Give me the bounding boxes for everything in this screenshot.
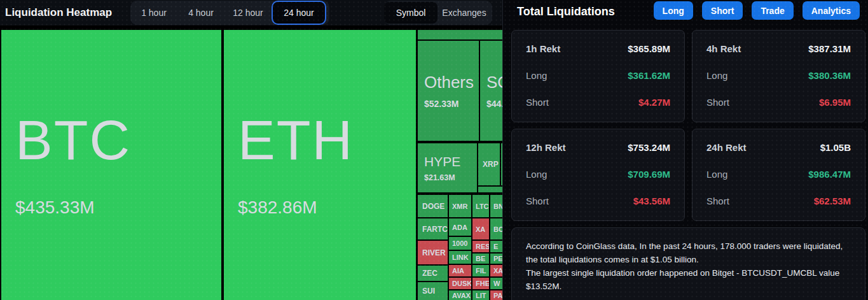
cell-symbol: ZEC — [422, 269, 437, 278]
cell-symbol: DOGE — [422, 202, 444, 211]
cell-symbol: ADA — [452, 224, 467, 231]
panel-title: Total Liquidations — [517, 5, 615, 18]
view-toggle-group: Symbol Exchanges — [384, 1, 492, 25]
treemap-cell-aia[interactable]: AIA — [449, 265, 471, 276]
treemap-cell-fartcoin[interactable]: FARTCOIN — [418, 218, 448, 239]
treemap-cell-fhe[interactable]: FHE — [472, 278, 489, 289]
treemap-cell-pe[interactable]: PE — [490, 254, 502, 264]
analytics-button[interactable]: Analytics — [803, 1, 860, 20]
long-label: Long — [706, 169, 727, 180]
liquidation-summary: According to CoinGlass data, In the past… — [511, 227, 865, 300]
cell-symbol: BNB — [493, 203, 502, 210]
cell-symbol: ETH — [238, 112, 354, 168]
treemap-cell-pa[interactable]: PA — [490, 290, 502, 300]
treemap-cell-xa2[interactable]: XA — [490, 265, 502, 276]
view-toggle-symbol[interactable]: Symbol — [384, 2, 437, 24]
treemap-cell-1000[interactable]: 1000 — [449, 237, 471, 250]
cell-symbol: FARTCOIN — [422, 225, 448, 234]
treemap-cell-avax[interactable]: AVAX — [449, 290, 471, 300]
treemap-cell-be[interactable]: BE — [472, 254, 489, 264]
cell-symbol: LINK — [452, 254, 469, 261]
cell-symbol: BE — [476, 255, 485, 262]
cell-symbol: LIT — [476, 292, 486, 299]
timerange-1hour[interactable]: 1 hour — [130, 1, 177, 25]
short-label: Short — [706, 97, 729, 108]
treemap-cell-xrp-below-sliver[interactable] — [478, 187, 502, 192]
timerange-group: 1 hour 4 hour 12 hour 24 hour — [130, 1, 329, 25]
treemap-cell-link[interactable]: LINK — [449, 251, 471, 264]
heatmap-title: Liquidation Heatmap — [5, 6, 112, 19]
treemap-cell-others[interactable]: Others$52.33M — [418, 41, 479, 141]
treemap-cell-xa[interactable]: XA — [472, 218, 489, 239]
long-value: $380.36M — [808, 70, 851, 81]
cell-value: $382.86M — [238, 197, 317, 218]
long-button[interactable]: Long — [654, 1, 693, 20]
timerange-4hour[interactable]: 4 hour — [177, 1, 224, 25]
cell-symbol: XRP — [483, 160, 499, 169]
short-value: $4.27M — [638, 97, 670, 108]
cell-symbol: PA — [493, 292, 502, 299]
long-label: Long — [526, 169, 547, 180]
treemap-cell-river[interactable]: RIVER — [418, 241, 448, 264]
treemap-cell-bc[interactable]: BC — [490, 218, 502, 239]
cell-symbol: W — [493, 280, 500, 287]
cell-symbol: HYPE — [424, 154, 460, 169]
treemap-cell-res[interactable]: RES — [472, 241, 489, 252]
treemap-cell-ada[interactable]: ADA — [449, 218, 471, 236]
treemap-cell-sui[interactable]: SUI — [418, 282, 448, 300]
rekt-card-12h: 12h Rekt$753.24M Long$709.69M Short$43.5… — [511, 129, 685, 221]
cell-symbol: XA — [476, 225, 485, 233]
cell-symbol: PE — [493, 255, 502, 262]
timerange-12hour[interactable]: 12 hour — [224, 1, 272, 25]
treemap-cell-w[interactable]: W — [490, 278, 502, 289]
treemap-cell-xrp[interactable]: XRP — [478, 143, 500, 185]
card-total: $387.31M — [808, 43, 851, 54]
card-title: 4h Rekt — [706, 43, 741, 54]
cell-symbol: SUI — [422, 287, 435, 296]
cell-symbol: RIVER — [422, 248, 446, 257]
timerange-24hour[interactable]: 24 hour — [272, 1, 326, 25]
treemap-cell-dusk[interactable]: DUSK — [449, 278, 471, 289]
treemap-cell-e[interactable]: E — [490, 241, 502, 252]
treemap-cell-bnb[interactable]: BNB — [490, 195, 502, 217]
heatmap-toolbar: Liquidation Heatmap 1 hour 4 hour 12 hou… — [0, 0, 502, 25]
liquidation-treemap: BTC$435.33METH$382.86MOthers$52.33MSOL$4… — [0, 29, 502, 300]
treemap-cell-hype[interactable]: HYPE$21.63M — [418, 143, 477, 192]
treemap-cell-sol[interactable]: SOL$44. — [480, 41, 502, 141]
cell-symbol: 1000 — [452, 239, 467, 247]
treemap-cell-zec[interactable]: ZEC — [418, 266, 448, 281]
short-button[interactable]: Short — [702, 1, 743, 20]
view-toggle-exchanges[interactable]: Exchanges — [437, 1, 491, 25]
short-label: Short — [526, 196, 549, 206]
cell-symbol: BTC — [15, 112, 131, 168]
long-value: $986.47M — [808, 169, 851, 180]
treemap-cell-xmr[interactable]: XMR — [449, 195, 471, 217]
treemap-cell-top-sliver[interactable] — [418, 30, 502, 39]
summary-line-1: According to CoinGlass data, In the past… — [526, 239, 851, 266]
summary-line-2: The largest single liquidation order hap… — [526, 266, 851, 293]
treemap-cell-doge[interactable]: DOGE — [418, 195, 448, 217]
card-title: 1h Rekt — [526, 43, 560, 54]
treemap-cell-fil[interactable]: FIL — [472, 265, 489, 276]
card-total: $365.89M — [628, 43, 670, 54]
cell-symbol: RES — [476, 243, 489, 250]
trade-button[interactable]: Trade — [752, 1, 793, 20]
treemap-cell-lit[interactable]: LIT — [472, 290, 489, 300]
cell-symbol: Others — [424, 73, 474, 92]
cell-value: $52.33M — [424, 99, 458, 109]
treemap-cell-eth[interactable]: ETH$382.86M — [224, 30, 416, 300]
long-label: Long — [706, 70, 727, 81]
card-title: 24h Rekt — [706, 142, 747, 153]
rekt-card-4h: 4h Rekt$387.31M Long$380.36M Short$6.95M — [692, 30, 865, 122]
cell-value: $435.33M — [15, 197, 95, 218]
treemap-cell-ltc[interactable]: LTC — [472, 195, 489, 217]
long-value: $709.69M — [628, 169, 670, 180]
cell-value: $21.63M — [424, 173, 455, 182]
cell-symbol: AVAX — [452, 292, 471, 299]
cell-symbol: E — [493, 243, 498, 250]
treemap-cell-btc[interactable]: BTC$435.33M — [1, 30, 221, 300]
cell-symbol: BC — [493, 225, 502, 233]
cell-symbol: AIA — [452, 267, 464, 275]
cell-value: $44. — [486, 99, 502, 109]
total-liquidations-panel: Total Liquidations Long Short Trade Anal… — [502, 0, 868, 300]
